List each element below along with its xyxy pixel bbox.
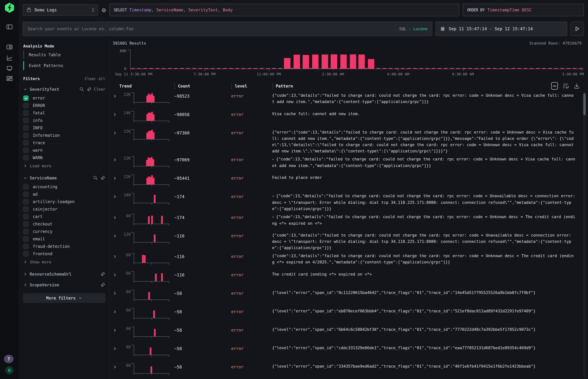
filter-option[interactable]: cainjector bbox=[23, 205, 105, 213]
table-row[interactable]: 60 ~58 error {"level":"error","span_id":… bbox=[113, 343, 586, 361]
pin-icon[interactable] bbox=[100, 175, 105, 180]
checkbox[interactable] bbox=[23, 140, 29, 145]
filter-option[interactable]: accounting bbox=[23, 183, 105, 190]
checkbox[interactable] bbox=[23, 110, 29, 116]
filter-option[interactable]: fraud-detection bbox=[23, 243, 105, 250]
checkbox[interactable] bbox=[23, 184, 29, 190]
expand-row-icon[interactable] bbox=[113, 289, 119, 306]
table-row[interactable]: 60 ~58 error {"level":"error","span_id":… bbox=[113, 361, 586, 379]
histogram-bar[interactable] bbox=[368, 59, 374, 69]
table-row[interactable]: 60 ~174 error ×{"code":13,"details":"fai… bbox=[113, 212, 586, 230]
collapsed-filter-section[interactable]: ResourceSchemaUrl bbox=[23, 272, 105, 277]
filter-option[interactable]: warn bbox=[23, 146, 105, 154]
severity-clear-button[interactable]: Clear bbox=[94, 87, 105, 92]
scrollbar-thumb[interactable] bbox=[583, 93, 586, 115]
download-icon[interactable] bbox=[573, 82, 580, 89]
table-row[interactable]: 22K ~97069 error ×{"code":13,"details":"… bbox=[113, 154, 586, 173]
expand-row-icon[interactable] bbox=[113, 308, 119, 325]
table-row[interactable]: 60 ~58 error {"level":"error","span_id":… bbox=[113, 325, 586, 343]
histogram-bar[interactable] bbox=[312, 54, 319, 69]
checkbox[interactable] bbox=[23, 118, 29, 123]
histogram-bar[interactable] bbox=[340, 54, 347, 69]
filter-option[interactable]: currency bbox=[23, 228, 105, 235]
expand-row-icon[interactable] bbox=[113, 213, 119, 230]
column-header-trend[interactable]: Trend bbox=[119, 84, 174, 89]
severity-section-title[interactable]: SeverityText bbox=[30, 87, 59, 92]
filter-option[interactable]: WARN bbox=[23, 154, 105, 161]
checkbox[interactable] bbox=[23, 251, 29, 256]
filter-option[interactable]: ERROR bbox=[23, 102, 105, 109]
table-row[interactable]: 60 ~116 error {"code":13,"details":"fail… bbox=[113, 251, 586, 269]
gear-icon[interactable]: ⚙ bbox=[102, 7, 106, 13]
checkbox[interactable] bbox=[23, 125, 29, 131]
checkbox[interactable] bbox=[23, 191, 29, 197]
filter-option[interactable]: trace bbox=[23, 139, 105, 146]
lucene-mode-option[interactable]: Lucene bbox=[413, 27, 428, 31]
checkbox[interactable] bbox=[23, 133, 29, 138]
expand-row-icon[interactable] bbox=[113, 252, 119, 269]
expand-row-icon[interactable] bbox=[113, 110, 119, 127]
histogram-bar[interactable] bbox=[284, 58, 290, 69]
column-header-pattern[interactable]: Pattern bbox=[272, 83, 586, 89]
run-query-button[interactable] bbox=[571, 22, 584, 36]
chevron-down-icon[interactable] bbox=[23, 176, 27, 180]
table-row[interactable]: 22K ~98523 error {"code":13,"details":"f… bbox=[113, 90, 586, 109]
expand-row-icon[interactable] bbox=[113, 326, 119, 343]
table-row[interactable]: 60 ~58 error {"level":"error","span_id":… bbox=[113, 306, 586, 325]
search-logs-icon[interactable] bbox=[6, 44, 13, 50]
filter-option[interactable]: cart bbox=[23, 213, 105, 220]
table-row[interactable]: 24K ~98058 error Visa cache full: cannot… bbox=[113, 109, 586, 127]
column-header-level[interactable]: level bbox=[231, 83, 272, 89]
analysis-mode-item[interactable]: Event Patterns bbox=[23, 61, 105, 70]
source-select[interactable]: Demo Logs bbox=[23, 4, 98, 16]
checkbox[interactable] bbox=[23, 206, 29, 212]
pin-icon[interactable] bbox=[100, 283, 105, 287]
help-button[interactable]: ? bbox=[4, 355, 14, 363]
histogram-bar[interactable] bbox=[358, 54, 365, 69]
filter-option[interactable]: Information bbox=[23, 132, 105, 139]
checkbox[interactable] bbox=[23, 214, 29, 219]
checkbox[interactable] bbox=[23, 148, 29, 153]
table-row[interactable]: 120 ~116 error {"code":13,"details":"fai… bbox=[113, 230, 586, 251]
histogram-bar[interactable] bbox=[350, 54, 356, 69]
time-range-picker[interactable]: Sep 11 15:47:14 - Sep 12 15:47:14 bbox=[435, 22, 567, 36]
expand-row-icon[interactable] bbox=[113, 174, 119, 191]
order-by-input[interactable]: ORDER BY TimestampTime DESC bbox=[463, 4, 584, 16]
collapse-panel-icon[interactable] bbox=[6, 23, 13, 30]
service-show-more[interactable]: Show more bbox=[23, 258, 105, 266]
search-icon[interactable] bbox=[93, 175, 98, 180]
sql-mode-option[interactable]: SQL bbox=[399, 27, 406, 31]
search-input[interactable] bbox=[27, 26, 399, 32]
filter-option[interactable]: info bbox=[23, 117, 105, 124]
pin-icon[interactable] bbox=[87, 87, 92, 92]
filter-option[interactable]: fatal bbox=[23, 109, 105, 117]
filter-option[interactable]: frontend bbox=[23, 250, 105, 258]
expand-row-icon[interactable] bbox=[113, 192, 119, 212]
checkbox[interactable] bbox=[23, 221, 29, 227]
table-row[interactable]: 60 ~58 error {"level":"error","span_id":… bbox=[113, 288, 586, 306]
table-row[interactable]: 180 ~174 error ×{"code":13,"details":"fa… bbox=[113, 191, 586, 212]
service-section-title[interactable]: ServiceName bbox=[30, 176, 57, 180]
histogram-bar[interactable] bbox=[331, 54, 337, 69]
severity-load-more[interactable]: Load more bbox=[23, 162, 105, 170]
chart-explorer-icon[interactable] bbox=[6, 54, 13, 61]
pin-icon[interactable] bbox=[100, 272, 105, 277]
expand-row-icon[interactable] bbox=[113, 271, 119, 288]
vertical-scrollbar[interactable] bbox=[583, 91, 586, 378]
select-query-input[interactable]: SELECT Timestamp, ServiceName, SeverityT… bbox=[109, 4, 459, 16]
filter-option[interactable]: ad bbox=[23, 190, 105, 198]
clear-all-button[interactable]: Clear all bbox=[85, 77, 105, 81]
avatar[interactable]: U bbox=[5, 366, 14, 374]
chevron-down-icon[interactable] bbox=[23, 87, 27, 91]
dashboards-icon[interactable] bbox=[6, 75, 13, 82]
table-row[interactable]: 60 ~116 error The credit card (ending <*… bbox=[113, 269, 586, 288]
checkbox[interactable] bbox=[23, 155, 29, 160]
filter-option[interactable]: error bbox=[23, 95, 105, 102]
filter-option[interactable]: checkout bbox=[23, 220, 105, 228]
expand-row-icon[interactable] bbox=[113, 129, 119, 154]
checkbox[interactable] bbox=[23, 199, 29, 205]
checkbox[interactable] bbox=[23, 244, 29, 249]
histogram-bar[interactable] bbox=[322, 54, 328, 69]
analysis-mode-item[interactable]: Results Table bbox=[23, 50, 105, 59]
expand-row-icon[interactable] bbox=[113, 232, 119, 251]
